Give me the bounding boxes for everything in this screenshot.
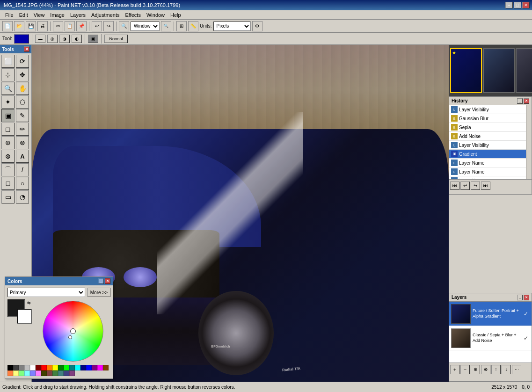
tool-color-indicator[interactable] — [14, 34, 29, 44]
history-item-5[interactable]: ▣ Gradient — [449, 150, 532, 159]
menu-layers[interactable]: Layers — [67, 11, 88, 19]
history-close-button[interactable]: ✕ — [524, 98, 529, 104]
maximize-button[interactable]: □ — [514, 2, 521, 8]
color-mode-select[interactable]: Primary Secondary — [7, 288, 85, 297]
menu-view[interactable]: View — [31, 11, 48, 19]
tool-line[interactable]: ⌒ — [1, 163, 15, 176]
history-minimize-button[interactable]: _ — [517, 98, 523, 104]
history-item-6[interactable]: L Layer Name — [449, 159, 532, 167]
colors-close-button[interactable]: ✕ — [105, 278, 110, 284]
redo-button[interactable]: ↪ — [103, 21, 114, 31]
tool-paint-bucket[interactable]: ⬠ — [16, 95, 29, 109]
thumbnail-2[interactable] — [516, 48, 532, 93]
history-redo-button[interactable]: ↪ — [471, 181, 480, 190]
history-scrollbar[interactable] — [526, 105, 532, 179]
palette-r2-9[interactable] — [52, 370, 58, 376]
history-item-0[interactable]: L Layer Visibility — [449, 105, 532, 114]
layer-down-button[interactable]: ↓ — [502, 365, 511, 374]
grid-button[interactable]: ⊞ — [176, 21, 187, 31]
layer-up-button[interactable]: ↑ — [491, 365, 501, 374]
history-item-4[interactable]: L Layer Visibility — [449, 141, 532, 150]
palette-blue[interactable] — [86, 365, 92, 370]
tool-move-pixels[interactable]: ⊹ — [1, 68, 15, 81]
color-wheel-container[interactable] — [36, 299, 110, 363]
palette-purple[interactable] — [92, 365, 97, 370]
palette-magenta[interactable] — [97, 365, 103, 370]
palette-white[interactable] — [30, 365, 36, 370]
history-item-7[interactable]: L Layer Name — [449, 167, 532, 176]
palette-yellow[interactable] — [52, 365, 58, 370]
menu-edit[interactable]: Edit — [16, 11, 31, 19]
layer-add-button[interactable]: + — [450, 365, 459, 374]
secondary-color-swatch[interactable] — [17, 309, 32, 324]
tool-ellipse[interactable]: ○ — [16, 177, 29, 190]
zoom-select[interactable]: Window 25% 44% 100% — [131, 22, 160, 31]
history-last-button[interactable]: ⏭ — [481, 181, 490, 190]
menu-effects[interactable]: Effects — [123, 11, 144, 19]
palette-light-gray[interactable] — [24, 365, 30, 370]
palette-dark-green[interactable] — [58, 365, 64, 370]
gradient-linear-btn[interactable]: ▬ — [35, 35, 45, 43]
layers-close-button[interactable]: ✕ — [524, 295, 529, 300]
zoom-out-button[interactable]: 🔍 — [161, 21, 171, 31]
undo-button[interactable]: ↩ — [92, 21, 102, 31]
print-button[interactable]: 🖨 — [37, 21, 48, 31]
layer-merge-button[interactable]: ⋯ — [512, 365, 521, 374]
gradient-mode-btn[interactable]: ▣ — [88, 35, 98, 43]
tool-recolor[interactable]: ⊗ — [1, 150, 15, 163]
tool-rectangle[interactable]: □ — [1, 177, 15, 190]
palette-black[interactable] — [7, 365, 13, 370]
new-button[interactable]: 📄 — [2, 21, 13, 31]
blend-mode-btn[interactable]: Normal — [104, 35, 128, 43]
colors-minimize-button[interactable]: _ — [98, 278, 104, 284]
tool-text[interactable]: A — [16, 150, 29, 163]
tool-pan[interactable]: ✋ — [16, 82, 29, 95]
palette-dark-gray[interactable] — [13, 365, 19, 370]
palette-r2-8[interactable] — [47, 370, 52, 376]
layer-item-1[interactable]: Classic / Sepia + Blur + Add Noise ✓ — [449, 326, 532, 350]
palette-r2-7[interactable] — [41, 370, 47, 376]
palette-r2-12[interactable] — [69, 370, 75, 376]
tool-pencil[interactable]: ✏ — [16, 123, 29, 136]
menu-window[interactable]: Window — [144, 11, 168, 19]
palette-r2-4[interactable] — [24, 370, 30, 376]
cut-button[interactable]: ✂ — [53, 21, 63, 31]
tool-magic-wand[interactable]: ✦ — [1, 95, 15, 109]
layers-minimize-button[interactable]: _ — [517, 295, 523, 300]
settings-button[interactable]: ⚙ — [252, 21, 262, 31]
palette-brown[interactable] — [103, 365, 109, 370]
layer-item-0[interactable]: Future / Soften Portrait + Alpha Gradien… — [449, 302, 532, 326]
palette-r2-5[interactable] — [30, 370, 36, 376]
palette-r2-2[interactable] — [13, 370, 19, 376]
tool-shapes[interactable]: / — [16, 163, 29, 176]
more-button[interactable]: More >> — [87, 288, 110, 297]
paste-button[interactable]: 📌 — [76, 21, 87, 31]
history-undo-button[interactable]: ↩ — [460, 181, 470, 190]
menu-help[interactable]: Help — [168, 11, 184, 19]
layer-delete-button[interactable]: − — [460, 365, 470, 374]
gradient-radial-btn[interactable]: ◎ — [47, 35, 58, 43]
close-button[interactable]: ✕ — [522, 2, 530, 8]
menu-file[interactable]: File — [2, 11, 16, 19]
palette-cyan[interactable] — [75, 365, 80, 370]
palette-r2-10[interactable] — [58, 370, 64, 376]
palette-orange[interactable] — [47, 365, 52, 370]
history-first-button[interactable]: ⏮ — [450, 181, 459, 190]
menu-image[interactable]: Image — [47, 11, 67, 19]
history-item-8[interactable]: L Layer Name — [449, 176, 532, 179]
swap-colors-button[interactable]: ⇆ — [27, 300, 31, 305]
tool-paintbrush[interactable]: ✎ — [16, 109, 29, 122]
open-button[interactable]: 📂 — [14, 21, 24, 31]
layer-visible-0[interactable]: ✓ — [522, 310, 530, 318]
layer-visible-1[interactable]: ✓ — [522, 334, 530, 342]
history-item-1[interactable]: E Gaussian Blur — [449, 114, 532, 123]
palette-red[interactable] — [41, 365, 47, 370]
palette-r2-3[interactable] — [19, 370, 24, 376]
tool-eraser[interactable]: ◻ — [1, 123, 15, 136]
palette-navy[interactable] — [80, 365, 86, 370]
gradient-spiral-btn[interactable]: ◐ — [72, 35, 82, 43]
palette-r2-1[interactable] — [7, 370, 13, 376]
save-button[interactable]: 💾 — [26, 21, 36, 31]
zoom-in-button[interactable]: 🔍 — [119, 21, 129, 31]
tools-close-button[interactable]: ✕ — [24, 46, 29, 52]
